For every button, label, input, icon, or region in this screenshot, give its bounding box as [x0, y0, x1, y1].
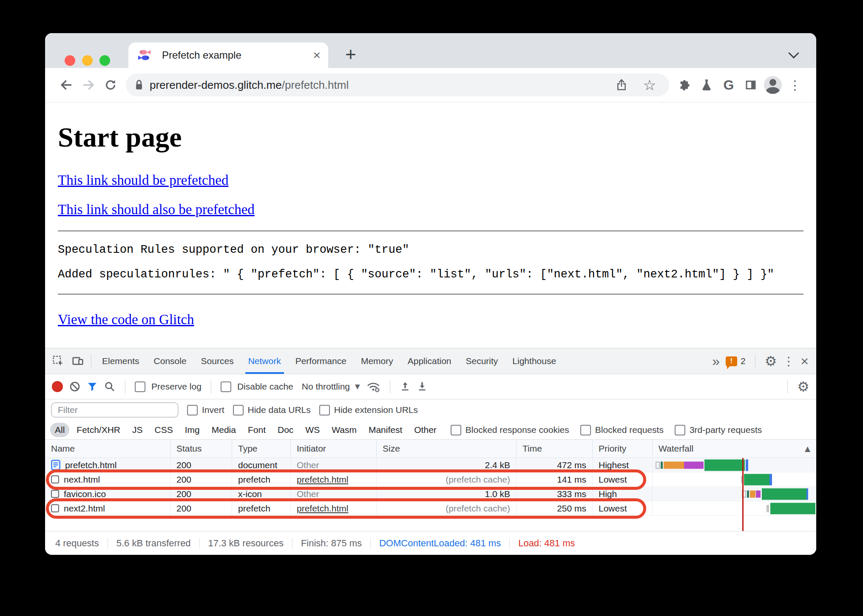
column-header-waterfall[interactable]: Waterfall▲ — [653, 440, 816, 458]
table-row[interactable]: next2.html 200 prefetch prefetch.html (p… — [45, 501, 816, 516]
column-header-size[interactable]: Size — [377, 440, 517, 458]
blocked-response-cookies[interactable]: Blocked response cookies — [451, 425, 569, 435]
issues-counter[interactable]: ! 2 — [726, 356, 746, 366]
waterfall-segment-dl — [806, 488, 808, 500]
chip-fetch-xhr[interactable]: Fetch/XHR — [72, 423, 125, 437]
column-header-status[interactable]: Status — [170, 440, 232, 458]
table-row[interactable]: next.html 200 prefetch prefetch.html (pr… — [45, 472, 816, 487]
tab-network[interactable]: Network — [241, 348, 288, 374]
maximize-window-button[interactable] — [99, 55, 110, 66]
column-header-time[interactable]: Time — [517, 440, 593, 458]
side-panel-icon[interactable] — [740, 74, 762, 96]
request-name: prefetch.html — [65, 460, 116, 470]
tab-security[interactable]: Security — [458, 348, 505, 374]
devtools-menu-kebab-icon[interactable]: ⋮ — [783, 354, 795, 368]
column-header-type[interactable]: Type — [232, 440, 291, 458]
chip-all[interactable]: All — [50, 423, 69, 437]
throttling-dropdown[interactable]: No throttling ▼ — [302, 381, 360, 392]
table-row[interactable]: favicon.ico 200 x-icon Other 1.0 kB 333 … — [45, 487, 816, 501]
page-title: Start page — [58, 122, 803, 153]
column-header-initiator[interactable]: Initiator — [291, 440, 377, 458]
column-header-priority[interactable]: Priority — [593, 440, 653, 458]
tab-search-chevron-icon[interactable] — [788, 48, 799, 58]
chip-manifest[interactable]: Manifest — [364, 423, 407, 437]
time-cell: 333 ms — [517, 487, 593, 501]
type-cell: x-icon — [232, 487, 291, 501]
waterfall-segment-wait — [744, 474, 769, 485]
address-bar[interactable]: prerender-demos.glitch.me/prefetch.html … — [126, 73, 669, 96]
more-tabs-icon[interactable]: » — [712, 353, 720, 369]
prefetch-link-1[interactable]: This link should be prefetched — [58, 172, 803, 188]
tab-console[interactable]: Console — [147, 348, 194, 374]
chip-ws[interactable]: WS — [301, 423, 324, 437]
clear-network-log-icon[interactable] — [69, 381, 81, 393]
inspect-element-icon[interactable] — [48, 351, 68, 371]
minimize-window-button[interactable] — [82, 55, 93, 66]
waterfall-segment-ssl — [756, 490, 761, 497]
disable-cache-checkbox[interactable] — [221, 381, 231, 392]
back-button[interactable] — [55, 74, 77, 96]
google-icon[interactable]: G — [718, 74, 740, 96]
forward-button[interactable] — [77, 74, 99, 96]
new-tab-button[interactable]: + — [345, 45, 356, 64]
chip-css[interactable]: CSS — [150, 423, 178, 437]
filter-input[interactable] — [51, 402, 179, 418]
glitch-code-link[interactable]: View the code on Glitch — [58, 312, 803, 328]
chip-other[interactable]: Other — [409, 423, 441, 437]
profile-avatar[interactable] — [762, 74, 784, 96]
chip-img[interactable]: Img — [180, 423, 204, 437]
tab-close-icon[interactable]: × — [313, 49, 321, 62]
filter-funnel-icon[interactable] — [87, 381, 98, 392]
invert-filter[interactable]: Invert — [187, 405, 224, 415]
invert-checkbox[interactable] — [187, 405, 198, 415]
tab-favicon-fish-icon — [138, 49, 151, 62]
url-text[interactable]: prerender-demos.glitch.me/prefetch.html — [150, 79, 605, 92]
network-settings-gear-icon[interactable]: ⚙ — [797, 380, 809, 393]
column-header-name[interactable]: Name — [45, 440, 170, 458]
flask-icon[interactable] — [696, 74, 718, 96]
extensions-puzzle-icon[interactable] — [673, 74, 696, 96]
chip-wasm[interactable]: Wasm — [327, 423, 361, 437]
close-window-button[interactable] — [65, 55, 75, 66]
prefetch-link-2[interactable]: This link should also be prefetched — [58, 202, 803, 218]
export-har-icon[interactable] — [417, 381, 428, 392]
third-party-requests-checkbox[interactable] — [675, 425, 685, 435]
tab-lighthouse[interactable]: Lighthouse — [505, 348, 563, 374]
initiator-link[interactable]: prefetch.html — [297, 475, 348, 485]
tab-application[interactable]: Application — [400, 348, 459, 374]
browser-tab[interactable]: Prefetch example × — [128, 42, 328, 68]
devtools-close-icon[interactable]: × — [801, 353, 809, 369]
tab-sources[interactable]: Sources — [194, 348, 241, 374]
hide-extension-urls-checkbox[interactable] — [319, 405, 330, 415]
preserve-log-checkbox[interactable] — [135, 381, 145, 392]
device-toolbar-icon[interactable] — [68, 351, 88, 371]
initiator-link[interactable]: prefetch.html — [297, 503, 348, 514]
hide-data-urls-checkbox[interactable] — [233, 405, 244, 415]
share-icon[interactable] — [610, 74, 633, 96]
chip-doc[interactable]: Doc — [273, 423, 298, 437]
tab-elements[interactable]: Elements — [95, 348, 147, 374]
devtools-settings-gear-icon[interactable]: ⚙ — [765, 354, 777, 368]
tab-memory[interactable]: Memory — [354, 348, 400, 374]
blocked-response-cookies-checkbox[interactable] — [451, 425, 461, 435]
browser-menu-kebab-icon[interactable]: ⋮ — [784, 74, 806, 96]
record-network-log-button[interactable] — [52, 381, 63, 392]
third-party-requests[interactable]: 3rd-party requests — [675, 425, 762, 435]
status-cell: 200 — [170, 501, 232, 515]
table-row[interactable]: prefetch.html 200 document Other 2.4 kB … — [45, 458, 816, 472]
reload-button[interactable] — [99, 74, 122, 96]
blocked-requests-checkbox[interactable] — [580, 425, 591, 435]
tab-performance[interactable]: Performance — [288, 348, 354, 374]
chip-js[interactable]: JS — [128, 423, 148, 437]
network-conditions-wifi-icon[interactable] — [366, 381, 380, 393]
hide-extension-urls[interactable]: Hide extension URLs — [319, 405, 418, 415]
hide-data-urls[interactable]: Hide data URLs — [233, 405, 311, 415]
chip-font[interactable]: Font — [243, 423, 270, 437]
bookmark-star-icon[interactable]: ☆ — [639, 74, 661, 96]
chip-media[interactable]: Media — [207, 423, 241, 437]
import-har-icon[interactable] — [400, 381, 411, 392]
blocked-requests[interactable]: Blocked requests — [580, 425, 664, 435]
initiator-cell: Other — [291, 458, 377, 472]
blocked-response-cookies-label: Blocked response cookies — [466, 425, 569, 435]
search-icon[interactable] — [104, 381, 116, 393]
